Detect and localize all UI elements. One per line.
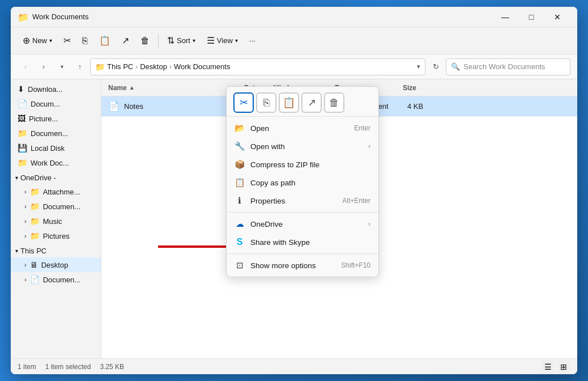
cm-item-properties[interactable]: ℹ Properties Alt+Enter — [227, 192, 378, 210]
col-header-size: Size — [403, 84, 448, 92]
share-button[interactable]: ↗ — [117, 31, 134, 51]
sidebar-item-documents3[interactable]: › 📁 Documen... — [11, 199, 101, 214]
cut-button[interactable]: ✂ — [58, 31, 76, 51]
status-bar: 1 item 1 item selected 3.25 KB ☰ ⊞ — [11, 358, 577, 374]
copy-button[interactable]: ⎘ — [77, 31, 93, 51]
cm-moreoptions-shortcut: Shift+F10 — [341, 261, 370, 269]
delete-icon: 🗑 — [140, 36, 150, 46]
documents-icon: 📄 — [18, 99, 27, 108]
sort-button[interactable]: ⇅ Sort ▾ — [162, 31, 201, 51]
compress-icon: 📦 — [235, 159, 245, 170]
folder-icon-7: › — [24, 276, 27, 283]
sidebar-label-pictures2: Pictures — [43, 232, 70, 240]
folder-icon-4: › — [24, 218, 27, 225]
skype-icon: S — [235, 237, 245, 247]
maximize-button[interactable]: □ — [518, 8, 544, 26]
downloads-icon: ⬇ — [18, 84, 24, 94]
section-label-thispc: This PC — [20, 247, 46, 255]
main-content: ⬇ Downloa... 📄 Docum... 🖼 Picture... 📁 D… — [11, 79, 577, 358]
view-icon: ☰ — [207, 35, 215, 46]
arrow-line — [158, 245, 226, 248]
title-icon: 📁 — [18, 12, 28, 22]
status-selected: 1 item selected — [45, 363, 91, 371]
cm-cut-button[interactable]: ✂ — [233, 92, 254, 113]
sidebar-label-workdoc: Work Doc... — [31, 159, 69, 167]
cm-item-onedrive[interactable]: ☁ OneDrive › — [227, 215, 378, 233]
cm-item-more-options[interactable]: ⊡ Show more options Shift+F10 — [227, 256, 378, 274]
sidebar-item-music[interactable]: › 📁 Music — [11, 214, 101, 228]
expand-icon-thispc: ▾ — [15, 248, 18, 254]
folder-icon-1: 📁 — [18, 129, 27, 138]
sort-asc-icon: ▲ — [129, 84, 135, 91]
cm-item-copy-path[interactable]: 📋 Copy as path — [227, 173, 378, 192]
cm-delete-button[interactable]: 🗑 — [324, 92, 344, 113]
minimize-button[interactable]: — — [492, 8, 518, 26]
openwith-arrow: › — [368, 142, 370, 150]
folder-icon-attach: 📁 — [30, 187, 40, 196]
cm-separator-1 — [227, 212, 378, 213]
close-button[interactable]: ✕ — [544, 8, 570, 26]
folder-icon-doc3: 📁 — [30, 202, 40, 211]
view-button[interactable]: ☰ View ▾ — [202, 31, 243, 51]
sidebar-item-desktop[interactable]: › 🖥 Desktop — [11, 257, 101, 272]
recent-button[interactable]: ▾ — [54, 59, 70, 75]
context-menu: ✂ ⎘ 📋 ↗ 🗑 📂 Open Enter — [226, 86, 379, 277]
cm-item-open-with[interactable]: 🔧 Open with › — [227, 137, 378, 155]
delete-button[interactable]: 🗑 — [135, 31, 155, 51]
cm-open-shortcut: Enter — [354, 124, 370, 132]
breadcrumb[interactable]: 📁 This PC › Desktop › Work Documents ▾ — [90, 58, 425, 75]
cm-moreoptions-label: Show more options — [250, 261, 316, 270]
music-icon: 📁 — [30, 217, 40, 226]
moreoptions-icon: ⊡ — [235, 260, 245, 270]
search-box[interactable]: 🔍 Search Work Documents — [446, 58, 570, 75]
sidebar-item-pictures[interactable]: 🖼 Picture... — [11, 111, 101, 126]
section-label-onedrive: OneDrive - — [20, 173, 56, 182]
onedrive-icon: ☁ — [235, 219, 245, 229]
cm-item-skype[interactable]: S Share with Skype — [227, 233, 378, 251]
status-count: 1 item — [18, 363, 36, 371]
cm-item-open[interactable]: 📂 Open Enter — [227, 119, 378, 137]
breadcrumb-dropdown[interactable]: ▾ — [417, 63, 420, 70]
toolbar-sep — [158, 34, 159, 48]
sidebar-item-localdisk[interactable]: 💾 Local Disk — [11, 141, 101, 155]
detail-view-button[interactable]: ⊞ — [557, 360, 570, 374]
breadcrumb-workdocs: Work Documents — [174, 62, 230, 71]
sidebar-label-documents3: Documen... — [43, 202, 80, 211]
up-button[interactable]: ↑ — [72, 59, 88, 75]
sidebar-item-documents[interactable]: 📄 Docum... — [11, 96, 101, 111]
cm-copy-button[interactable]: ⎘ — [256, 92, 276, 113]
cm-openwith-label: Open with — [250, 142, 285, 151]
open-icon: 📂 — [235, 123, 245, 133]
col-header-name: Name ▲ — [108, 84, 244, 92]
more-button[interactable]: ··· — [244, 31, 261, 51]
sidebar-item-attachments[interactable]: › 📁 Attachme... — [11, 184, 101, 199]
list-view-button[interactable]: ☰ — [541, 360, 555, 374]
sidebar-item-downloads[interactable]: ⬇ Downloa... — [11, 82, 101, 96]
status-size: 3.25 KB — [100, 363, 124, 371]
sidebar-item-pictures2[interactable]: › 📁 Pictures — [11, 228, 101, 243]
cm-item-compress[interactable]: 📦 Compress to ZIP file — [227, 155, 378, 173]
view-dropdown-icon: ▾ — [235, 37, 238, 44]
new-button[interactable]: ⊕ New ▾ — [18, 31, 57, 51]
sidebar-label-documents2: Documen... — [31, 129, 68, 138]
sidebar-label-desktop: Desktop — [41, 261, 69, 269]
sidebar-item-documents2[interactable]: 📁 Documen... — [11, 126, 101, 141]
documents4-icon: 📄 — [30, 275, 40, 284]
sidebar-item-documents4[interactable]: › 📄 Documen... — [11, 272, 101, 287]
paste-button[interactable]: 📋 — [94, 31, 116, 51]
file-list: Name ▲ Date modified Type Size 📄 Notes 2… — [101, 79, 577, 358]
refresh-button[interactable]: ↻ — [428, 59, 444, 75]
sidebar-item-workdoc[interactable]: 📁 Work Doc... — [11, 155, 101, 170]
arrow-indicator — [158, 241, 236, 252]
pictures-icon: 🖼 — [18, 114, 25, 123]
cm-share-button[interactable]: ↗ — [301, 92, 322, 113]
breadcrumb-icon: 📁 — [95, 62, 105, 71]
cm-paste-button[interactable]: 📋 — [279, 92, 299, 113]
back-button[interactable]: ‹ — [18, 59, 33, 75]
new-label: New — [32, 36, 47, 45]
forward-button[interactable]: › — [36, 59, 52, 75]
sidebar-section-thispc[interactable]: ▾ This PC — [11, 243, 101, 257]
expand-icon-onedrive: ▾ — [15, 175, 18, 181]
sidebar-section-onedrive[interactable]: ▾ OneDrive - — [11, 170, 101, 184]
cm-skype-label: Share with Skype — [250, 238, 310, 247]
